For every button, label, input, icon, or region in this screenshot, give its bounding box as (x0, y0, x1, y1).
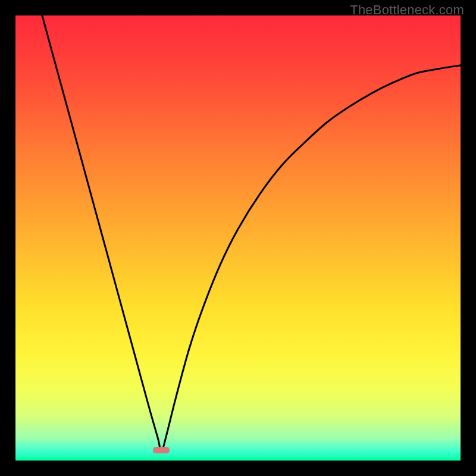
outer-frame: TheBottleneck.com (0, 0, 476, 476)
min-marker (153, 447, 170, 453)
curve-svg (15, 15, 461, 461)
plot-area (15, 15, 461, 461)
bottleneck-curve-path (42, 15, 461, 452)
